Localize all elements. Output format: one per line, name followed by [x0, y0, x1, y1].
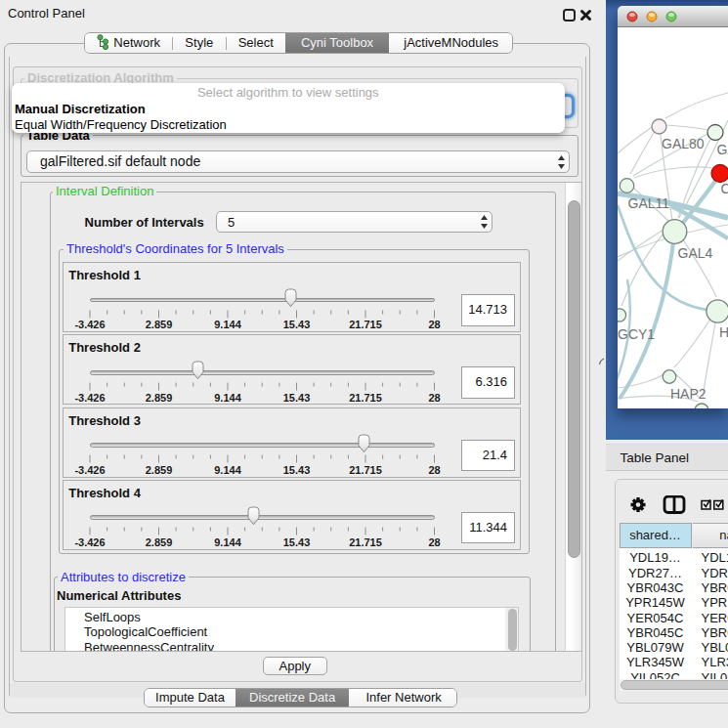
svg-text:HIS4: HIS4 [719, 324, 728, 340]
svg-text:HAP2: HAP2 [670, 386, 707, 402]
svg-text:GAL11: GAL11 [628, 195, 670, 211]
svg-text:GCY1: GCY1 [618, 326, 655, 342]
svg-text:GAL7: GAL7 [717, 142, 728, 157]
svg-text:GAL80: GAL80 [662, 136, 705, 151]
svg-text:GAL4: GAL4 [678, 245, 713, 261]
svg-text:CYC8: CYC8 [721, 181, 728, 196]
